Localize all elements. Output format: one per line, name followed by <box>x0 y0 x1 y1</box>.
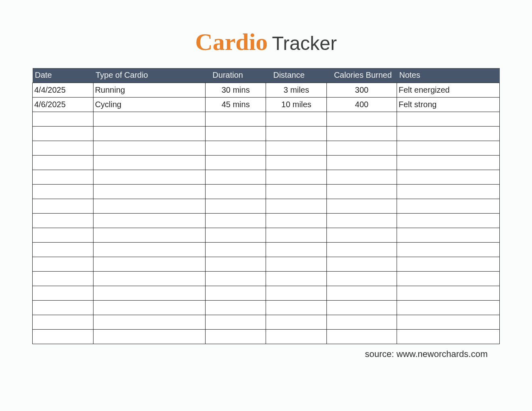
cell-notes <box>397 213 499 228</box>
cell-date: 4/6/2025 <box>33 97 94 112</box>
cell-notes <box>397 286 499 300</box>
cell-notes <box>397 329 499 344</box>
cell-date <box>33 170 94 184</box>
cell-distance: 10 miles <box>266 97 327 112</box>
cell-date: 4/4/2025 <box>33 83 94 97</box>
cell-calories <box>327 228 397 242</box>
table-row: 4/4/2025Running30 mins3 miles300Felt ene… <box>33 83 500 97</box>
table-row <box>33 213 500 228</box>
table-body: 4/4/2025Running30 mins3 miles300Felt ene… <box>33 83 500 344</box>
cell-calories <box>327 242 397 257</box>
table-row <box>33 170 500 184</box>
cell-distance <box>266 257 327 271</box>
cell-type <box>93 271 205 286</box>
table-row <box>33 315 500 329</box>
cell-calories <box>327 141 397 155</box>
col-notes: Notes <box>397 68 499 83</box>
cell-duration <box>205 112 266 126</box>
page: Cardio Tracker Date Type of Cardio Durat… <box>0 0 532 411</box>
cell-distance <box>266 170 327 184</box>
cell-type <box>93 126 205 141</box>
cell-type <box>93 112 205 126</box>
cell-calories <box>327 170 397 184</box>
cell-date <box>33 329 94 344</box>
table-row <box>33 126 500 141</box>
cell-duration <box>205 126 266 141</box>
cell-type <box>93 184 205 199</box>
cell-notes <box>397 242 499 257</box>
cell-distance <box>266 126 327 141</box>
source-line: source: www.neworchards.com <box>32 349 500 359</box>
cell-calories <box>327 329 397 344</box>
cell-date <box>33 112 94 126</box>
cardio-table: Date Type of Cardio Duration Distance Ca… <box>32 68 500 344</box>
table-row <box>33 242 500 257</box>
table-row <box>33 228 500 242</box>
cell-type <box>93 141 205 155</box>
cell-date <box>33 213 94 228</box>
cell-date <box>33 141 94 155</box>
cell-distance <box>266 300 327 315</box>
cell-date <box>33 315 94 329</box>
cell-calories <box>327 155 397 170</box>
cell-date <box>33 300 94 315</box>
cell-calories <box>327 286 397 300</box>
cell-calories <box>327 112 397 126</box>
cell-type <box>93 242 205 257</box>
cell-calories: 300 <box>327 83 397 97</box>
cell-type <box>93 286 205 300</box>
cell-notes <box>397 228 499 242</box>
cell-duration <box>205 329 266 344</box>
cell-distance <box>266 184 327 199</box>
col-type: Type of Cardio <box>93 68 205 83</box>
cell-type <box>93 170 205 184</box>
table-row <box>33 257 500 271</box>
cell-notes <box>397 199 499 213</box>
cell-duration <box>205 257 266 271</box>
cell-type <box>93 300 205 315</box>
cell-duration <box>205 184 266 199</box>
table-row <box>33 112 500 126</box>
cell-type <box>93 329 205 344</box>
cell-type <box>93 213 205 228</box>
cell-notes <box>397 184 499 199</box>
table-header: Date Type of Cardio Duration Distance Ca… <box>33 68 500 83</box>
cell-duration <box>205 228 266 242</box>
cell-calories <box>327 199 397 213</box>
cell-duration <box>205 271 266 286</box>
cell-type: Cycling <box>93 97 205 112</box>
table-row: 4/6/2025Cycling45 mins10 miles400Felt st… <box>33 97 500 112</box>
cell-calories <box>327 271 397 286</box>
table-row <box>33 141 500 155</box>
cell-notes <box>397 126 499 141</box>
cell-notes <box>397 315 499 329</box>
cell-duration <box>205 170 266 184</box>
cell-calories <box>327 300 397 315</box>
col-date: Date <box>33 68 94 83</box>
cell-date <box>33 242 94 257</box>
col-duration: Duration <box>205 68 266 83</box>
cell-date <box>33 126 94 141</box>
cell-calories <box>327 257 397 271</box>
cell-type <box>93 155 205 170</box>
cell-type: Running <box>93 83 205 97</box>
table-row <box>33 184 500 199</box>
cell-duration <box>205 199 266 213</box>
cell-distance <box>266 242 327 257</box>
cell-distance <box>266 112 327 126</box>
cell-notes <box>397 271 499 286</box>
cell-distance <box>266 315 327 329</box>
table-row <box>33 329 500 344</box>
title-accent: Cardio <box>195 29 268 55</box>
cell-calories: 400 <box>327 97 397 112</box>
cell-duration <box>205 286 266 300</box>
cell-duration <box>205 242 266 257</box>
page-title: Cardio Tracker <box>32 28 500 56</box>
cell-distance: 3 miles <box>266 83 327 97</box>
cell-duration <box>205 213 266 228</box>
table-row <box>33 286 500 300</box>
cell-date <box>33 184 94 199</box>
cell-distance <box>266 213 327 228</box>
col-calories: Calories Burned <box>327 68 397 83</box>
cell-duration <box>205 300 266 315</box>
